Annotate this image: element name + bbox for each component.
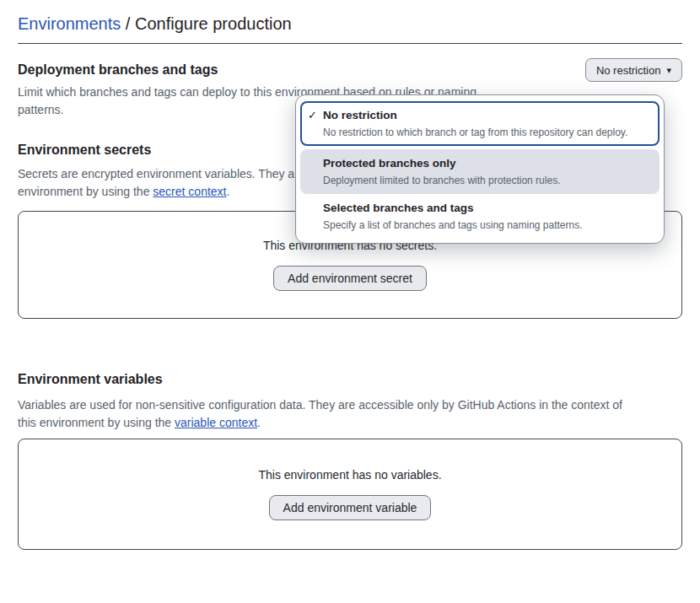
variables-empty-box: This environment has no variables. Add e… [18,439,682,550]
menu-item-no-restriction[interactable]: ✓ No restriction No restriction to which… [300,101,660,146]
menu-item-title: Protected branches only [323,156,649,170]
menu-item-description: Deployment limited to branches with prot… [323,175,649,187]
page-title: Environments / Configure production [18,13,682,34]
breadcrumb-separator: / [121,14,135,33]
check-icon: ✓ [308,109,317,121]
menu-item-title: No restriction [323,108,649,122]
caret-down-icon: ▾ [666,66,671,75]
environment-variables-description: Variables are used for non-sensitive con… [18,396,682,432]
variable-context-link[interactable]: variable context [175,416,257,429]
environment-variables-heading: Environment variables [18,371,682,388]
menu-item-selected-branches-and-tags[interactable]: Selected branches and tags Specify a lis… [300,194,660,239]
dropdown-button-label: No restriction [596,64,661,77]
page-header: Environments / Configure production [18,0,682,44]
add-environment-variable-button[interactable]: Add environment variable [269,495,432,520]
environments-config-page: Environments / Configure production Depl… [0,0,700,603]
menu-item-description: Specify a list of branches and tags usin… [323,219,649,232]
deployment-branches-heading: Deployment branches and tags [18,62,585,78]
menu-item-title: Selected branches and tags [323,201,649,215]
branch-restriction-menu: ✓ No restriction No restriction to which… [295,94,665,244]
secret-context-link[interactable]: secret context [153,185,226,198]
no-restriction-dropdown-button[interactable]: No restriction ▾ [585,58,682,82]
breadcrumb-current: Configure production [135,14,292,33]
menu-item-description: No restriction to which branch or tag fr… [323,127,649,139]
menu-item-protected-branches-only[interactable]: Protected branches only Deployment limit… [300,149,660,194]
variables-empty-text: This environment has no variables. [258,468,441,482]
breadcrumb-environments-link[interactable]: Environments [18,14,121,33]
add-environment-secret-button[interactable]: Add environment secret [273,266,427,291]
